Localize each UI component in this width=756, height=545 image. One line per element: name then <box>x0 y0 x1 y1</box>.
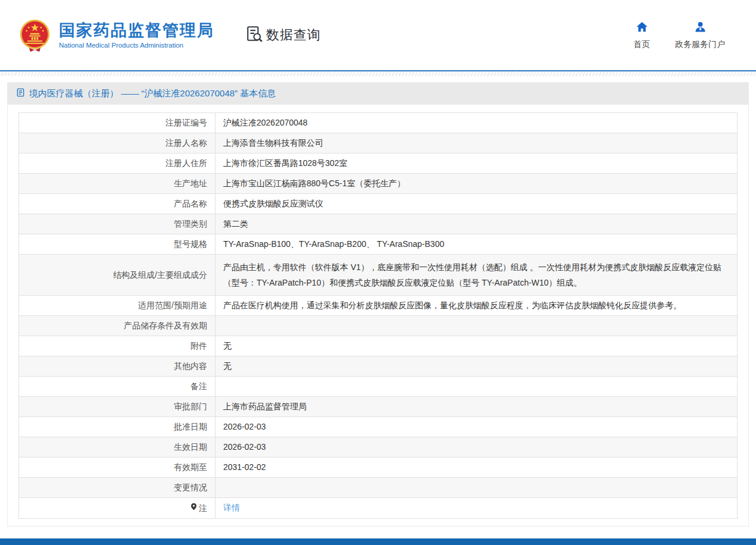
field-label: 附件 <box>19 336 215 356</box>
field-label: 批准日期 <box>19 417 215 437</box>
registration-info-table: 注册证编号 沪械注准20262070048 注册人名称 上海添音生物科技有限公司… <box>18 112 738 519</box>
field-value: 便携式皮肤烟酸反应测试仪 <box>215 194 738 214</box>
field-label: 产品名称 <box>19 194 215 214</box>
document-icon <box>16 88 25 99</box>
agency-name-zh: 国家药品监督管理局 <box>59 21 214 39</box>
field-value: 沪械注准20262070048 <box>215 113 738 133</box>
table-row: 注册人住所 上海市徐汇区番禺路1028号302室 <box>19 154 738 174</box>
field-value: TY-AraSnap-B100、TY-AraSnap-B200、 TY-AraS… <box>215 234 738 255</box>
module-title: 数据查询 <box>266 26 321 44</box>
table-row: 结构及组成/主要组成成分 产品由主机，专用软件（软件版本 V1），底座腕带和一次… <box>19 255 738 296</box>
field-label: 有效期至 <box>19 458 215 478</box>
field-label: 生效日期 <box>19 437 215 458</box>
nav-item-portal[interactable]: 政务服务门户 <box>675 21 725 50</box>
field-label: 产品储存条件及有效期 <box>19 316 215 336</box>
table-row: 产品名称 便携式皮肤烟酸反应测试仪 <box>19 194 738 214</box>
field-value: 2026-02-03 <box>215 437 738 458</box>
national-emblem-logo <box>18 18 52 52</box>
field-label: 变更情况 <box>19 478 215 498</box>
map-pin-icon <box>190 502 198 515</box>
top-nav: 首页 政务服务门户 <box>633 21 725 50</box>
field-label: 其他内容 <box>19 356 215 377</box>
footer-accent-bar <box>0 538 756 545</box>
field-label: 注册证编号 <box>19 113 215 133</box>
field-value: 详情 <box>215 498 738 519</box>
table-row: 备注 <box>19 377 738 397</box>
table-row: 产品储存条件及有效期 <box>19 316 738 336</box>
nav-item-label: 首页 <box>633 39 650 50</box>
field-value <box>215 478 738 498</box>
detail-link[interactable]: 详情 <box>223 503 240 512</box>
data-query-module: 数据查询 <box>245 25 321 45</box>
field-value: 无 <box>215 336 738 356</box>
field-label: 型号规格 <box>19 234 215 255</box>
table-row-note: 注 详情 <box>19 498 738 519</box>
field-label: 管理类别 <box>19 214 215 234</box>
field-value: 上海添音生物科技有限公司 <box>215 133 738 154</box>
section-title-bar: 境内医疗器械（注册） —— “沪械注准20262070048” 基本信息 <box>8 83 748 105</box>
field-label: 结构及组成/主要组成成分 <box>19 255 215 296</box>
table-row: 生产地址 上海市宝山区江杨南路880号C5-1室（委托生产） <box>19 174 738 194</box>
table-row: 管理类别 第二类 <box>19 214 738 234</box>
field-value <box>215 377 738 397</box>
field-value: 产品由主机，专用软件（软件版本 V1），底座腕带和一次性使用耗材（选配）组成 。… <box>215 255 738 296</box>
content-panel: 境内医疗器械（注册） —— “沪械注准20262070048” 基本信息 注册证… <box>7 82 749 527</box>
field-label: 注册人名称 <box>19 133 215 154</box>
field-label: 备注 <box>19 377 215 397</box>
field-label: 适用范围/预期用途 <box>19 296 215 316</box>
site-header: 国家药品监督管理局 National Medical Products Admi… <box>0 0 756 70</box>
field-value: 2026-02-03 <box>215 417 738 437</box>
table-row: 适用范围/预期用途 产品在医疗机构使用，通过采集和分析皮肤烟酸反应图像，量化皮肤… <box>19 296 738 316</box>
table-row: 注册证编号 沪械注准20262070048 <box>19 113 738 133</box>
note-label: 注 <box>199 502 207 515</box>
field-value: 产品在医疗机构使用，通过采集和分析皮肤烟酸反应图像，量化皮肤烟酸反应程度，为临床… <box>215 296 738 316</box>
nav-item-home[interactable]: 首页 <box>633 21 650 50</box>
home-icon <box>636 21 648 35</box>
table-row: 审批部门 上海市药品监督管理局 <box>19 397 738 417</box>
table-row: 附件 无 <box>19 336 738 356</box>
field-label: 注 <box>19 498 215 519</box>
table-row: 注册人名称 上海添音生物科技有限公司 <box>19 133 738 154</box>
agency-name-en: National Medical Products Administration <box>59 42 214 49</box>
field-value: 2031-02-02 <box>215 458 738 478</box>
nav-item-label: 政务服务门户 <box>675 39 725 50</box>
field-value: 上海市宝山区江杨南路880号C5-1室（委托生产） <box>215 174 738 194</box>
document-search-icon <box>245 25 263 45</box>
field-value <box>215 316 738 336</box>
field-value: 上海市徐汇区番禺路1028号302室 <box>215 154 738 174</box>
table-row: 型号规格 TY-AraSnap-B100、TY-AraSnap-B200、 TY… <box>19 234 738 255</box>
field-label: 生产地址 <box>19 174 215 194</box>
field-label: 审批部门 <box>19 397 215 417</box>
table-row: 有效期至 2031-02-02 <box>19 458 738 478</box>
page-title: 境内医疗器械（注册） —— “沪械注准20262070048” 基本信息 <box>29 88 276 99</box>
table-row: 其他内容 无 <box>19 356 738 377</box>
field-value: 上海市药品监督管理局 <box>215 397 738 417</box>
table-row: 生效日期 2026-02-03 <box>19 437 738 458</box>
field-value: 第二类 <box>215 214 738 234</box>
table-row: 变更情况 <box>19 478 738 498</box>
field-value: 无 <box>215 356 738 377</box>
field-label: 注册人住所 <box>19 154 215 174</box>
hatch-divider <box>0 71 756 76</box>
agency-title-block: 国家药品监督管理局 National Medical Products Admi… <box>59 21 214 49</box>
table-row: 批准日期 2026-02-03 <box>19 417 738 437</box>
user-icon <box>694 21 707 35</box>
